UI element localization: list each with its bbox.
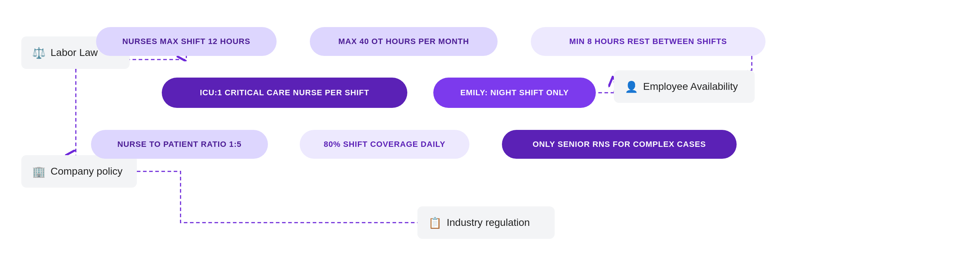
nurse-patient-ratio-label: NURSE TO PATIENT RATIO 1:5 <box>117 140 242 149</box>
icu-critical-label: ICU:1 CRITICAL CARE NURSE PER SHIFT <box>200 88 369 97</box>
shift-coverage-label: 80% SHIFT COVERAGE DAILY <box>324 140 445 149</box>
nurse-patient-ratio-pill[interactable]: NURSE TO PATIENT RATIO 1:5 <box>91 130 268 159</box>
icu-critical-pill[interactable]: ICU:1 CRITICAL CARE NURSE PER SHIFT <box>162 78 407 108</box>
company-policy-icon: 🏢 <box>32 165 46 178</box>
shift-coverage-pill[interactable]: 80% SHIFT COVERAGE DAILY <box>300 130 469 159</box>
employee-availability-label: Employee Availability <box>643 81 738 92</box>
industry-regulation-icon: 📋 <box>428 216 442 229</box>
min-8-hours-label: MIN 8 HOURS REST BETWEEN SHIFTS <box>570 37 727 46</box>
industry-regulation-label: Industry regulation <box>447 217 530 228</box>
employee-availability-node[interactable]: 👤 Employee Availability <box>614 70 755 103</box>
nurses-max-shift-label: NURSES MAX SHIFT 12 HOURS <box>123 37 251 46</box>
company-policy-node[interactable]: 🏢 Company policy <box>21 155 137 188</box>
employee-availability-icon: 👤 <box>625 81 638 93</box>
nurses-max-shift-pill[interactable]: NURSES MAX SHIFT 12 HOURS <box>96 27 277 56</box>
only-senior-rns-pill[interactable]: ONLY SENIOR RNS FOR COMPLEX CASES <box>502 130 737 159</box>
min-8-hours-pill[interactable]: MIN 8 HOURS REST BETWEEN SHIFTS <box>531 27 765 56</box>
emily-night-label: EMILY: NIGHT SHIFT ONLY <box>460 88 569 97</box>
diagram-container: ⚖️ Labor Law 🏢 Company policy 👤 Employee… <box>0 0 980 267</box>
only-senior-rns-label: ONLY SENIOR RNS FOR COMPLEX CASES <box>533 140 706 149</box>
industry-regulation-node[interactable]: 📋 Industry regulation <box>417 207 555 239</box>
labor-law-label: Labor Law <box>51 47 98 59</box>
max-40-ot-label: MAX 40 OT HOURS PER MONTH <box>338 37 469 46</box>
max-40-ot-pill[interactable]: MAX 40 OT HOURS PER MONTH <box>310 27 498 56</box>
labor-law-icon: ⚖️ <box>32 46 46 59</box>
company-policy-label: Company policy <box>51 165 123 177</box>
emily-night-pill[interactable]: EMILY: NIGHT SHIFT ONLY <box>433 78 596 108</box>
